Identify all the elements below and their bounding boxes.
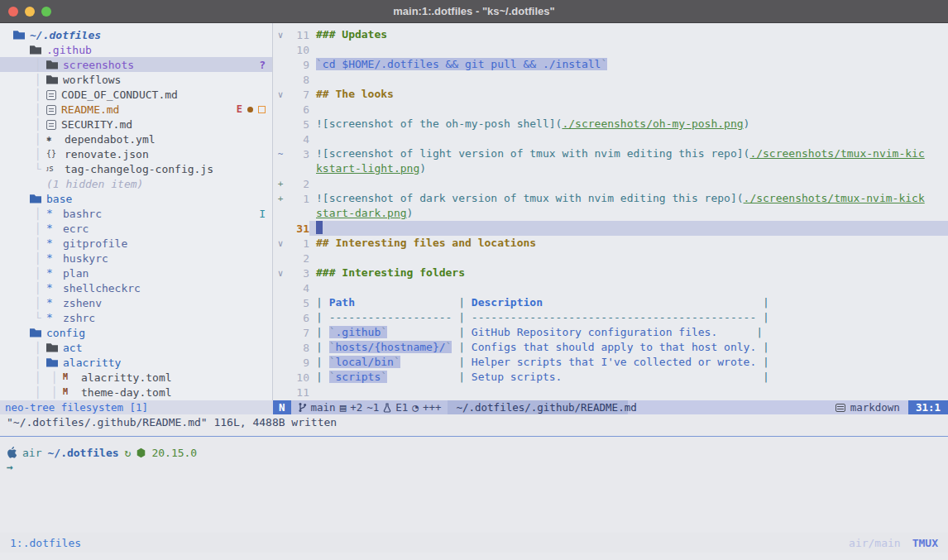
- tree-item-zshenv[interactable]: │*zshenv: [0, 295, 272, 310]
- diff-added: +2: [350, 400, 362, 414]
- shell-pane[interactable]: air ~/.dotfiles ↻ 20.15.0 →: [0, 444, 948, 477]
- git-sign: +: [273, 179, 288, 189]
- tmux-window-name[interactable]: 1:.dotfiles: [10, 537, 81, 549]
- editor-line[interactable]: 6: [273, 102, 948, 117]
- flask-icon: [383, 403, 391, 413]
- tree-item-alacritty[interactable]: │alacritty: [0, 355, 272, 370]
- tree-item-label: alacritty: [63, 357, 121, 369]
- line-number: 11: [288, 386, 309, 399]
- tree-item--1-hidden-item-[interactable]: (1 hidden item): [0, 176, 272, 191]
- tree-item-code-of-conduct.md[interactable]: │CODE_OF_CONDUCT.md: [0, 87, 272, 102]
- tree-item-workflows[interactable]: │workflows: [0, 72, 272, 87]
- line-text: kstart-light.png): [309, 161, 948, 176]
- diagnostics-count: E1: [395, 400, 408, 414]
- title-bar[interactable]: main:1:.dotfiles - "ks~/.dotfiles": [0, 0, 948, 23]
- line-text: [309, 221, 948, 236]
- editor-line[interactable]: 8| `hosts/{hostname}/` | Configs that sh…: [273, 340, 948, 355]
- editor-line[interactable]: ~3![screenshot of light version of tmux …: [273, 146, 948, 161]
- line-text: | `scripts` | Setup scripts. |: [309, 370, 948, 385]
- line-number: 1: [288, 193, 309, 205]
- line-text: [309, 385, 948, 400]
- tree-item-tag-changelog-config.js[interactable]: └ᴊstag-changelog-config.js: [0, 161, 272, 176]
- editor-line[interactable]: 31: [273, 221, 948, 236]
- terminal-window: main:1:.dotfiles - "ks~/.dotfiles" ~/.do…: [0, 0, 948, 560]
- tree-item-label: plan: [63, 267, 89, 280]
- fold-chevron-icon[interactable]: ∨: [273, 30, 288, 41]
- tree-item-readme.md[interactable]: │README.mdE: [0, 102, 272, 117]
- editor-line[interactable]: 4: [273, 132, 948, 146]
- tree-item-bashrc[interactable]: │*bashrcI: [0, 206, 272, 221]
- tree-item-screenshots[interactable]: │screenshots?: [0, 57, 272, 72]
- line-number: 2: [288, 178, 309, 190]
- tree-item-zshrc[interactable]: └*zshrc: [0, 310, 272, 325]
- diff-icon: ▤: [340, 400, 347, 414]
- editor-line[interactable]: ∨3### Interesting folders: [273, 266, 948, 280]
- tree-item-label: screenshots: [63, 59, 134, 71]
- editor-line[interactable]: 10: [273, 42, 948, 57]
- line-number: 11: [288, 29, 309, 41]
- editor-line[interactable]: 6| ------------------- | ---------------…: [273, 310, 948, 325]
- editor-line[interactable]: 5![screenshot of the oh-my-posh shell](.…: [273, 117, 948, 132]
- tree-item-label: SECURITY.md: [61, 118, 132, 131]
- editor-line[interactable]: +2: [273, 176, 948, 191]
- star-icon: *: [46, 223, 58, 233]
- line-number: 31: [288, 223, 309, 235]
- editor-line[interactable]: kstart-light.png): [273, 161, 948, 176]
- tmux-pane-separator[interactable]: [0, 436, 948, 437]
- tree-item--.dotfiles[interactable]: ~/.dotfiles: [0, 27, 272, 42]
- line-text: ![screenshot of the oh-my-posh shell](./…: [309, 117, 948, 132]
- tmux-mode-label: TMUX: [912, 537, 938, 549]
- tree-item-label: workflows: [63, 74, 121, 86]
- tree-item-base[interactable]: base: [0, 191, 272, 206]
- javascript-icon: ᴊs: [46, 163, 60, 175]
- cursor-position: 31:1: [908, 400, 948, 414]
- tree-item-huskyrc[interactable]: │*huskyrc: [0, 251, 272, 266]
- fold-chevron-icon[interactable]: ∨: [273, 268, 288, 279]
- statusline-filepath: ~/.dotfiles/.github/README.md: [448, 400, 628, 414]
- line-text: ![screenshot of light version of tmux wi…: [309, 146, 948, 161]
- tree-item-config[interactable]: config: [0, 325, 272, 340]
- editor-line[interactable]: 7| `.github` | GitHub Repository configu…: [273, 325, 948, 340]
- tree-item-renovate.json[interactable]: │{}renovate.json: [0, 146, 272, 161]
- star-icon: *: [46, 283, 58, 293]
- editor-line[interactable]: 4: [273, 280, 948, 295]
- line-number: 10: [288, 44, 309, 56]
- tree-item-act[interactable]: │act: [0, 340, 272, 355]
- editor-buffer[interactable]: ∨11### Updates109`cd $HOME/.dotfiles && …: [273, 23, 948, 400]
- tree-item-security.md[interactable]: │SECURITY.md: [0, 117, 272, 132]
- fold-chevron-icon[interactable]: ∨: [273, 238, 288, 249]
- fold-chevron-icon[interactable]: ∨: [273, 89, 288, 100]
- editor-line[interactable]: 11: [273, 385, 948, 400]
- git-unstaged-badge: [258, 106, 266, 113]
- tree-item-alacritty.toml[interactable]: ││Malacritty.toml: [0, 370, 272, 385]
- editor-line[interactable]: 9`cd $HOME/.dotfiles && git pull && ./in…: [273, 57, 948, 72]
- editor-line[interactable]: ∨11### Updates: [273, 27, 948, 42]
- tree-item-shellcheckrc[interactable]: │*shellcheckrc: [0, 280, 272, 295]
- editor-line[interactable]: 10| `scripts` | Setup scripts. |: [273, 370, 948, 385]
- editor-line[interactable]: 2: [273, 251, 948, 266]
- tree-item-label: zshrc: [63, 312, 95, 324]
- tree-item-ecrc[interactable]: │*ecrc: [0, 221, 272, 236]
- star-icon: *: [46, 253, 58, 263]
- editor-line[interactable]: 9| `local/bin` | Helper scripts that I'v…: [273, 355, 948, 370]
- line-text: | `hosts/{hostname}/` | Configs that sho…: [309, 340, 948, 355]
- editor-line[interactable]: start-dark.png): [273, 206, 948, 221]
- vim-message-line: "~/.dotfiles/.github/README.md" 116L, 44…: [0, 414, 948, 431]
- tree-item-.github[interactable]: .github: [0, 42, 272, 57]
- editor-line[interactable]: ∨1## Interesting files and locations: [273, 236, 948, 251]
- folder-open-icon: [46, 357, 58, 367]
- line-number: 3: [288, 267, 309, 280]
- neo-tree-sidebar[interactable]: ~/.dotfiles .github │screenshots? │workf…: [0, 23, 273, 400]
- tree-item-label: CODE_OF_CONDUCT.md: [61, 89, 178, 101]
- editor-line[interactable]: 8: [273, 72, 948, 87]
- tree-item-plan[interactable]: │*plan: [0, 266, 272, 280]
- editor-line[interactable]: +1![screenshot of dark version of tmux w…: [273, 191, 948, 206]
- editor-line[interactable]: 5| Path | Description |: [273, 295, 948, 310]
- line-text: [309, 280, 948, 295]
- editor-line[interactable]: ∨7## The looks: [273, 87, 948, 102]
- tree-item-theme-day.toml[interactable]: ││Mtheme-day.toml: [0, 385, 272, 400]
- tree-item-dependabot.yml[interactable]: │✱dependabot.yml: [0, 132, 272, 146]
- markdown-file-icon: [835, 404, 845, 412]
- tree-item-gitprofile[interactable]: │*gitprofile: [0, 236, 272, 251]
- git-sign: +: [273, 194, 288, 204]
